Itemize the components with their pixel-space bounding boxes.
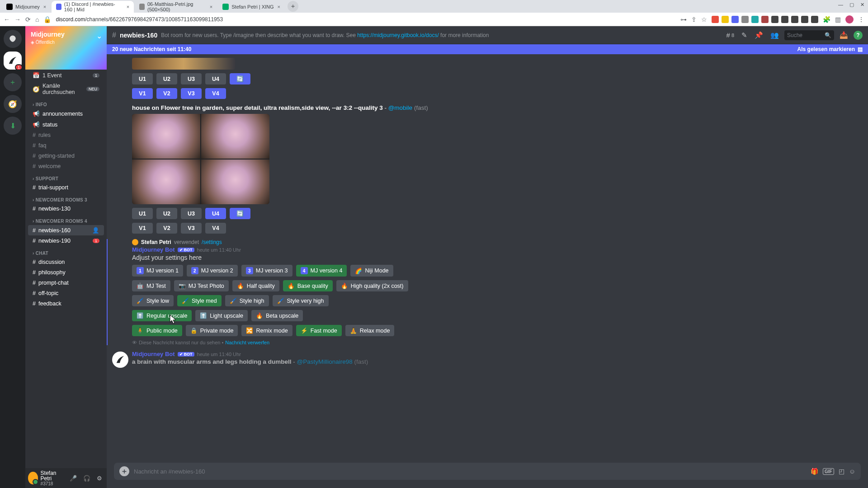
message-input[interactable]: ＋ Nachricht an #newbies-160 🎁 GIF ◰ ☺	[114, 463, 861, 480]
events-row[interactable]: 📅1 Event1	[28, 70, 104, 80]
channel-category[interactable]: › CHAT	[25, 246, 107, 257]
dismiss-link[interactable]: Nachricht verwerfen	[225, 340, 269, 345]
mention[interactable]: @mobile	[388, 104, 412, 111]
extension-icon[interactable]	[791, 16, 798, 23]
explore-icon[interactable]: 🧭	[4, 95, 22, 113]
url-field[interactable]: discord.com/channels/662267976984297473/…	[56, 16, 676, 23]
u1-button[interactable]: U1	[132, 73, 153, 84]
channel-category[interactable]: › INFO	[25, 98, 107, 108]
channel-discussion[interactable]: #discussion	[28, 257, 104, 267]
channel-getting-started[interactable]: #getting-started	[28, 151, 104, 161]
tab-close-icon[interactable]: ×	[278, 4, 280, 9]
tab-close-icon[interactable]: ×	[127, 4, 129, 9]
guild-midjourney[interactable]: 1	[4, 52, 22, 70]
threads-icon[interactable]: # 8	[725, 29, 736, 41]
v4-button[interactable]: V4	[205, 88, 226, 99]
mark-read-button[interactable]: Als gelesen markieren ▤	[797, 46, 863, 52]
extension-icon[interactable]	[811, 16, 818, 23]
inbox-icon[interactable]: 📥	[838, 29, 850, 41]
pin-icon[interactable]: 📌	[753, 29, 765, 41]
window-close[interactable]: ✕	[860, 2, 864, 8]
setting-public-mode[interactable]: 🧍Public mode	[132, 325, 182, 336]
star-icon[interactable]: ☆	[701, 16, 707, 23]
channel-trial-support[interactable]: #trial-support	[28, 183, 104, 192]
messages-area[interactable]: U1U2U3U4🔄 V1V2V3V4 house on Flower tree …	[107, 54, 868, 463]
setting-style-very-high[interactable]: 🖌️Style very high	[273, 295, 329, 306]
tab-close-icon[interactable]: ×	[43, 4, 46, 9]
v1-button[interactable]: V1	[132, 223, 153, 234]
setting-style-low[interactable]: 🖌️Style low	[132, 295, 174, 306]
extension-icon[interactable]	[781, 16, 788, 23]
nav-fwd-icon[interactable]: →	[14, 16, 21, 23]
setting-half-quality[interactable]: 🔥Half quality	[232, 280, 279, 291]
nav-back-icon[interactable]: ←	[4, 16, 10, 23]
server-header[interactable]: Midjourney ◈ Öffentlich ⌄	[25, 26, 107, 70]
members-icon[interactable]: 👥	[769, 29, 781, 41]
image-strip[interactable]	[132, 58, 235, 70]
nav-home-icon[interactable]: ⌂	[35, 16, 39, 23]
setting-mj-test-photo[interactable]: 📷MJ Test Photo	[174, 280, 229, 291]
download-icon[interactable]: ⬇	[4, 117, 22, 135]
channel-newbies-190[interactable]: #newbies-1901	[28, 236, 104, 246]
browser-tab[interactable]: (1) Discord | #newbies-160 | Mid×	[52, 1, 134, 13]
new-tab-button[interactable]: ＋	[288, 1, 298, 12]
sticker-icon[interactable]: ◰	[839, 468, 844, 475]
setting-mj-version-2[interactable]: 2MJ version 2	[187, 265, 238, 277]
setting-niji-mode[interactable]: 🌈Niji Mode	[350, 265, 393, 277]
browser-tab[interactable]: Midjourney×	[2, 1, 51, 13]
emoji-icon[interactable]: ☺	[849, 468, 855, 475]
channel-newbies-160[interactable]: #newbies-160👤	[28, 225, 104, 235]
extension-icon[interactable]	[771, 16, 778, 23]
setting-relax-mode[interactable]: 🧘Relax mode	[345, 325, 395, 336]
extension-icon[interactable]	[712, 16, 719, 23]
notify-icon[interactable]: ✎	[740, 29, 749, 41]
window-max[interactable]: ▢	[849, 2, 854, 8]
v3-button[interactable]: V3	[181, 223, 202, 234]
v2-button[interactable]: V2	[156, 88, 177, 99]
u3-button[interactable]: U3	[181, 208, 202, 219]
channel-scroll[interactable]: 📅1 Event1🧭Kanäle durchsuchenNEU› INFO📢an…	[25, 70, 107, 468]
nav-reload-icon[interactable]: ⟳	[25, 16, 31, 23]
browse-channels-row[interactable]: 🧭Kanäle durchsuchenNEU	[28, 81, 104, 97]
v2-button[interactable]: V2	[156, 223, 177, 234]
setting-light-upscale[interactable]: ⬆️Light upscale	[195, 310, 248, 321]
setting-beta-upscale[interactable]: 🔥Beta upscale	[251, 310, 303, 321]
new-messages-bar[interactable]: 20 neue Nachrichten seit 11:40 Als geles…	[107, 44, 868, 54]
setting-private-mode[interactable]: 🔒Private mode	[186, 325, 238, 336]
share-icon[interactable]: ⇪	[691, 16, 697, 23]
bot-avatar[interactable]	[112, 352, 128, 368]
slash-command[interactable]: /settings	[202, 239, 222, 245]
window-min[interactable]: —	[838, 2, 843, 8]
search-input[interactable]: Suche🔍	[784, 30, 834, 40]
browser-tab[interactable]: Stefan Petri | XING×	[218, 1, 285, 13]
setting-base-quality[interactable]: 🔥Base quality	[283, 280, 333, 291]
tab-close-icon[interactable]: ×	[210, 4, 212, 9]
home-icon[interactable]	[4, 30, 22, 48]
reroll-button[interactable]: 🔄	[230, 73, 250, 84]
setting-remix-mode[interactable]: 🔀Remix mode	[241, 325, 292, 336]
channel-rules[interactable]: #rules	[28, 130, 104, 140]
setting-mj-version-4[interactable]: 4MJ version 4	[296, 265, 347, 277]
gift-icon[interactable]: 🎁	[811, 468, 818, 475]
headphones-icon[interactable]: 🎧	[81, 473, 92, 483]
v1-button[interactable]: V1	[132, 88, 153, 99]
panel-icon[interactable]: ▥	[835, 16, 841, 23]
extension-icon[interactable]	[731, 16, 739, 23]
topic-link[interactable]: https://midjourney.gitbook.io/docs/	[357, 32, 439, 38]
setting-mj-test[interactable]: 🤖MJ Test	[132, 280, 170, 291]
u2-button[interactable]: U2	[156, 73, 177, 84]
setting-regular-upscale[interactable]: ⬆️Regular upscale	[132, 310, 192, 321]
channel-feedback[interactable]: #feedback	[28, 299, 104, 309]
channel-category[interactable]: › NEWCOMER ROOMS 3	[25, 193, 107, 203]
u4-button[interactable]: U4	[205, 73, 226, 84]
setting-fast-mode[interactable]: ⚡Fast mode	[296, 325, 342, 336]
u4-button[interactable]: U4	[205, 208, 226, 219]
setting-mj-version-1[interactable]: 1MJ version 1	[132, 265, 183, 277]
key-icon[interactable]: ⊶	[680, 16, 687, 23]
channel-announcements[interactable]: 📢announcements	[28, 108, 104, 119]
channel-status[interactable]: 📢status	[28, 119, 104, 130]
channel-category[interactable]: › NEWCOMER ROOMS 4	[25, 214, 107, 225]
extension-icon[interactable]	[801, 16, 808, 23]
user-avatar[interactable]	[28, 472, 38, 484]
u1-button[interactable]: U1	[132, 208, 153, 219]
